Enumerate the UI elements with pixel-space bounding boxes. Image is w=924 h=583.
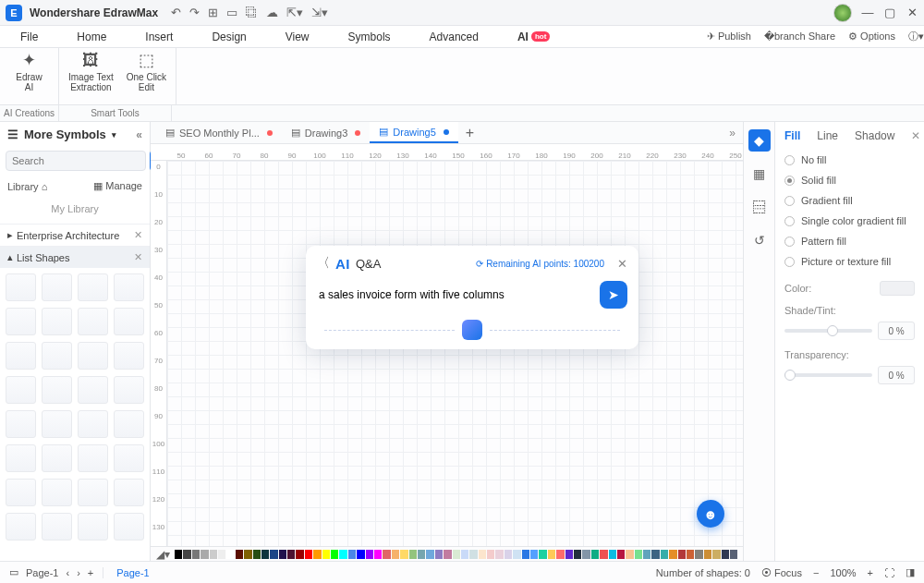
palette-color[interactable]: [582, 550, 590, 559]
palette-color[interactable]: [322, 550, 330, 559]
shape-thumb[interactable]: [6, 308, 36, 335]
layout-tool-button[interactable]: ⿳: [748, 196, 771, 218]
palette-color[interactable]: [556, 550, 564, 559]
palette-color[interactable]: [617, 550, 625, 559]
palette-color[interactable]: [244, 550, 251, 559]
page-label[interactable]: Page-1: [26, 567, 58, 578]
fill-option[interactable]: Gradient fill: [784, 190, 915, 211]
doc-tab-active[interactable]: ▤Drawing5: [370, 122, 457, 143]
palette-color[interactable]: [487, 550, 494, 559]
save-icon[interactable]: ⿻: [246, 6, 258, 19]
page-tool-button[interactable]: ▦: [748, 163, 771, 185]
canvas[interactable]: 〈 AI Q&A ⟳Remaining AI points: 100200 ✕ …: [167, 161, 743, 546]
palette-color[interactable]: [348, 550, 356, 559]
palette-color[interactable]: [712, 550, 720, 559]
palette-color[interactable]: [539, 550, 546, 559]
shape-thumb[interactable]: [42, 410, 72, 438]
shape-thumb[interactable]: [6, 479, 36, 506]
shade-value[interactable]: 0 %: [878, 322, 915, 340]
palette-color[interactable]: [444, 550, 451, 559]
palette-color[interactable]: [279, 550, 286, 559]
export-icon[interactable]: ⇱▾: [286, 6, 303, 19]
tab-line[interactable]: Line: [817, 129, 838, 142]
palette-color[interactable]: [591, 550, 599, 559]
shape-thumb[interactable]: [78, 410, 108, 438]
palette-color[interactable]: [479, 550, 486, 559]
close-icon[interactable]: ✕: [911, 129, 920, 142]
palette-color[interactable]: [218, 550, 225, 559]
shape-thumb[interactable]: [114, 410, 144, 438]
shape-thumb[interactable]: [42, 342, 72, 370]
fit-icon[interactable]: ⛶: [884, 567, 894, 578]
palette-color[interactable]: [513, 550, 520, 559]
doc-tab[interactable]: ▤SEO Monthly Pl...: [156, 122, 282, 143]
palette-color[interactable]: [270, 550, 277, 559]
palette-color[interactable]: [339, 550, 346, 559]
shape-thumb[interactable]: [78, 308, 108, 335]
shape-thumb[interactable]: [114, 273, 144, 301]
add-tab-button[interactable]: +: [458, 125, 481, 141]
zoom-in-icon[interactable]: +: [868, 567, 873, 578]
palette-color[interactable]: [695, 550, 702, 559]
palette-color[interactable]: [426, 550, 433, 559]
close-icon[interactable]: ✕: [134, 229, 142, 241]
shape-thumb[interactable]: [42, 376, 72, 404]
close-icon[interactable]: ✕: [617, 257, 627, 271]
menu-home[interactable]: Home: [73, 27, 110, 47]
help-icon[interactable]: ⓘ▾: [908, 30, 924, 43]
palette-color[interactable]: [651, 550, 659, 559]
palette-color[interactable]: [175, 550, 182, 559]
palette-color[interactable]: [296, 550, 303, 559]
palette-color[interactable]: [495, 550, 503, 559]
add-page-icon[interactable]: +: [88, 567, 93, 578]
one-click-edit-button[interactable]: ⬚One Click Edit: [127, 52, 166, 92]
redo-icon[interactable]: ↷: [189, 6, 200, 19]
palette-color[interactable]: [461, 550, 468, 559]
palette-color[interactable]: [305, 550, 312, 559]
focus-button[interactable]: ⦿ Focus: [761, 567, 802, 578]
palette-color[interactable]: [331, 550, 338, 559]
back-icon[interactable]: 〈: [317, 255, 330, 272]
collapse-panel-icon[interactable]: «: [136, 128, 142, 141]
palette-color[interactable]: [357, 550, 364, 559]
undo-icon[interactable]: ↶: [171, 6, 181, 19]
menu-ai[interactable]: AI hot: [514, 27, 553, 47]
shape-thumb[interactable]: [78, 479, 108, 506]
shape-thumb[interactable]: [42, 273, 72, 301]
fill-option[interactable]: No fill: [784, 150, 915, 170]
style-tool-button[interactable]: ◆: [748, 129, 771, 152]
palette-color[interactable]: [687, 550, 694, 559]
hamburger-icon[interactable]: ☰: [7, 128, 18, 141]
palette-color[interactable]: [565, 550, 573, 559]
palette-color[interactable]: [600, 550, 607, 559]
palette-color[interactable]: [287, 550, 295, 559]
open-icon[interactable]: ▭: [226, 6, 237, 19]
palette-color[interactable]: [469, 550, 477, 559]
fill-option[interactable]: Picture or texture fill: [784, 251, 915, 272]
palette-color[interactable]: [530, 550, 538, 559]
palette-color[interactable]: [435, 550, 443, 559]
palette-color[interactable]: [704, 550, 711, 559]
menu-symbols[interactable]: Symbols: [345, 27, 395, 47]
window-min[interactable]: ―: [861, 6, 874, 19]
palette-color[interactable]: [643, 550, 650, 559]
shape-thumb[interactable]: [6, 342, 36, 370]
history-tool-button[interactable]: ↺: [748, 229, 771, 251]
shape-thumb[interactable]: [42, 479, 72, 506]
doc-tab[interactable]: ▤Drawing3: [282, 122, 370, 143]
shape-thumb[interactable]: [114, 513, 144, 540]
palette-color[interactable]: [626, 550, 633, 559]
palette-color[interactable]: [201, 550, 208, 559]
window-close[interactable]: ✕: [906, 6, 918, 19]
shape-thumb[interactable]: [78, 273, 108, 301]
fullscreen-icon[interactable]: ◨: [906, 566, 915, 578]
palette-color[interactable]: [226, 550, 234, 559]
palette-color[interactable]: [383, 550, 390, 559]
ai-prompt-input[interactable]: [317, 281, 592, 309]
eyedropper-icon[interactable]: ◢▾: [156, 548, 170, 561]
transparency-slider[interactable]: [784, 373, 872, 377]
palette-color[interactable]: [261, 550, 269, 559]
palette-color[interactable]: [400, 550, 407, 559]
shape-thumb[interactable]: [42, 513, 72, 540]
palette-color[interactable]: [374, 550, 382, 559]
